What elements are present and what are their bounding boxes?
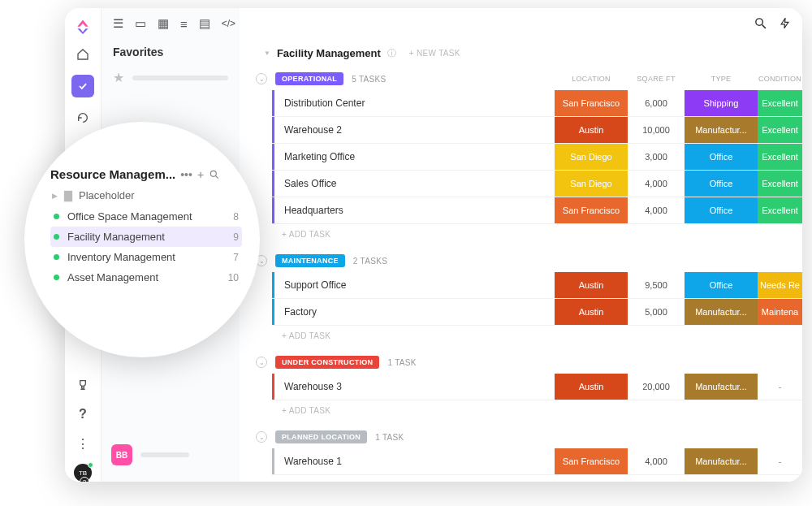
task-row[interactable]: Warehouse 1 San Francisco 4,000 Manufact… xyxy=(272,448,802,475)
task-row[interactable]: Marketing Office San Diego 3,000 Office … xyxy=(272,144,802,171)
home-icon[interactable] xyxy=(74,45,92,63)
cell-type[interactable]: Manufactur... xyxy=(685,117,758,143)
add-task-button[interactable]: + ADD TASK xyxy=(272,326,802,346)
cell-type[interactable]: Office xyxy=(685,171,758,197)
cell-sqft[interactable]: 4,000 xyxy=(628,171,685,197)
cell-sqft[interactable]: 3,000 xyxy=(628,144,685,170)
cell-location[interactable]: San Diego xyxy=(555,144,628,170)
group-header[interactable]: ⌄ UNDER CONSTRUCTION 1 TASK xyxy=(240,351,802,374)
task-row[interactable]: Distribution Center San Francisco 6,000 … xyxy=(272,90,802,117)
chevron-down-icon[interactable]: ⌄ xyxy=(256,431,267,443)
view-list-icon[interactable]: ☰ xyxy=(113,16,123,31)
cell-sqft[interactable]: 5,000 xyxy=(628,299,685,325)
more-icon[interactable]: ⋮ xyxy=(74,435,92,452)
view-code-icon[interactable]: </> xyxy=(222,18,235,29)
cell-location[interactable]: Austin xyxy=(555,272,628,298)
new-task-button[interactable]: + NEW TASK xyxy=(409,49,460,58)
bolt-icon[interactable] xyxy=(779,16,791,30)
cell-location[interactable]: San Francisco xyxy=(555,448,628,474)
star-icon: ★ xyxy=(113,70,124,85)
space-title[interactable]: Resource Managem... xyxy=(50,167,175,181)
view-grid-icon[interactable]: ▦ xyxy=(158,16,169,31)
chevron-down-icon[interactable]: ⌄ xyxy=(256,73,267,84)
refresh-icon[interactable] xyxy=(74,109,92,127)
sidebar-list-item[interactable]: Facility Management 9 xyxy=(50,227,242,247)
cell-location[interactable]: San Francisco xyxy=(555,197,628,223)
user-avatar[interactable]: TB 2 xyxy=(74,464,92,482)
view-board-icon[interactable]: ▭ xyxy=(135,16,146,31)
task-row[interactable]: Headquarters San Francisco 4,000 Office … xyxy=(272,197,802,224)
task-name[interactable]: Distribution Center xyxy=(274,90,555,116)
cell-type[interactable]: Office xyxy=(685,272,758,298)
cell-location[interactable]: San Francisco xyxy=(555,90,628,116)
info-icon[interactable]: ⓘ xyxy=(387,47,396,59)
task-name[interactable]: Headquarters xyxy=(274,197,555,223)
group-header[interactable]: ⌄ PLANNED LOCATION 1 TASK xyxy=(240,426,802,448)
view-gantt-icon[interactable]: ≡ xyxy=(180,17,188,31)
task-row[interactable]: Support Office Austin 9,500 Office Needs… xyxy=(272,272,802,299)
workspace-tile[interactable]: BB xyxy=(102,438,240,482)
task-name[interactable]: Warehouse 1 xyxy=(274,448,555,474)
cell-condition[interactable]: Needs Re xyxy=(758,272,802,298)
cell-condition[interactable]: Excellent xyxy=(758,90,802,116)
status-pill[interactable]: MAINTENANCE xyxy=(275,254,345,267)
cell-type[interactable]: Manufactur... xyxy=(685,374,758,400)
cell-sqft[interactable]: 9,500 xyxy=(628,272,685,298)
cell-sqft[interactable]: 10,000 xyxy=(628,117,685,143)
task-name[interactable]: Sales Office xyxy=(274,171,555,197)
space-add-icon[interactable]: + xyxy=(197,168,204,181)
folder-row[interactable]: ▶ ▇ Placeholder xyxy=(52,189,242,201)
space-search-icon[interactable] xyxy=(209,169,220,180)
task-name[interactable]: Support Office xyxy=(274,272,555,298)
task-name[interactable]: Marketing Office xyxy=(274,144,555,170)
task-row[interactable]: Warehouse 2 Austin 10,000 Manufactur... … xyxy=(272,117,802,144)
cell-condition[interactable]: - xyxy=(758,448,802,474)
cell-location[interactable]: Austin xyxy=(555,374,628,400)
add-task-button[interactable]: + ADD TASK xyxy=(272,224,802,244)
favorite-placeholder[interactable]: ★ xyxy=(102,67,240,89)
sidebar-list-item[interactable]: Inventory Management 7 xyxy=(50,247,242,267)
task-row[interactable]: Sales Office San Diego 4,000 Office Exce… xyxy=(272,171,802,197)
cell-location[interactable]: San Diego xyxy=(555,171,628,197)
view-doc-icon[interactable]: ▤ xyxy=(199,16,210,31)
cell-condition[interactable]: - xyxy=(758,374,802,400)
task-row[interactable]: Warehouse 3 Austin 20,000 Manufactur... … xyxy=(272,374,802,400)
cell-type[interactable]: Manufactur... xyxy=(685,448,758,474)
status-pill[interactable]: UNDER CONSTRUCTION xyxy=(275,356,379,369)
add-task-button[interactable]: + ADD TASK xyxy=(272,475,802,482)
cell-sqft[interactable]: 20,000 xyxy=(628,374,685,400)
cell-condition[interactable]: Excellent xyxy=(758,144,802,170)
collapse-icon[interactable]: ▼ xyxy=(264,50,270,57)
tasks-icon[interactable] xyxy=(71,75,94,97)
group-header[interactable]: ⌄ MAINTENANCE 2 TASKS xyxy=(240,249,802,272)
trophy-icon[interactable] xyxy=(74,376,92,394)
cell-type[interactable]: Manufactur... xyxy=(685,299,758,325)
task-name[interactable]: Warehouse 3 xyxy=(274,374,555,400)
sidebar-list-item[interactable]: Office Space Management 8 xyxy=(50,206,242,227)
cell-type[interactable]: Office xyxy=(685,144,758,170)
search-icon[interactable] xyxy=(754,16,767,30)
cell-location[interactable]: Austin xyxy=(555,299,628,325)
task-row[interactable]: Factory Austin 5,000 Manufactur... Maint… xyxy=(272,299,802,326)
sidebar-list-item[interactable]: Asset Management 10 xyxy=(50,267,242,288)
status-pill[interactable]: PLANNED LOCATION xyxy=(275,430,367,443)
cell-condition[interactable]: Excellent xyxy=(758,117,802,143)
cell-condition[interactable]: Excellent xyxy=(758,171,802,197)
cell-type[interactable]: Shipping xyxy=(685,90,758,116)
cell-type[interactable]: Office xyxy=(685,197,758,223)
space-more-icon[interactable]: ••• xyxy=(180,168,192,181)
cell-sqft[interactable]: 4,000 xyxy=(628,448,685,474)
cell-sqft[interactable]: 4,000 xyxy=(628,197,685,223)
cell-location[interactable]: Austin xyxy=(555,117,628,143)
add-task-button[interactable]: + ADD TASK xyxy=(272,400,802,421)
cell-sqft[interactable]: 6,000 xyxy=(628,90,685,116)
toolbar-right xyxy=(754,16,791,30)
cell-condition[interactable]: Excellent xyxy=(758,197,802,223)
status-pill[interactable]: OPERATIONAL xyxy=(275,72,343,85)
task-name[interactable]: Warehouse 2 xyxy=(274,117,555,143)
cell-condition[interactable]: Maintena xyxy=(758,299,802,325)
group-header[interactable]: ⌄ OPERATIONAL 5 TASKS LOCATION SQARE FT … xyxy=(240,67,802,90)
chevron-down-icon[interactable]: ⌄ xyxy=(256,357,267,368)
help-icon[interactable]: ? xyxy=(74,405,92,423)
task-name[interactable]: Factory xyxy=(274,299,555,325)
